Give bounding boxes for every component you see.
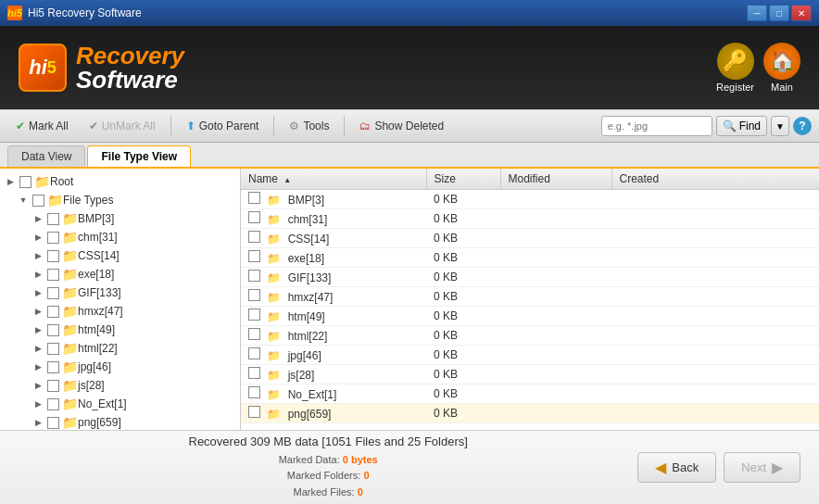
tree-item-png[interactable]: ▶ 📁 png[659] bbox=[0, 413, 240, 430]
tree-html-label: html[22] bbox=[78, 342, 118, 355]
bmp-folder-icon: 📁 bbox=[62, 211, 78, 226]
tree-item-noext[interactable]: ▶ 📁 No_Ext[1] bbox=[0, 395, 240, 413]
tree-item-htm[interactable]: ▶ 📁 htm[49] bbox=[0, 321, 240, 339]
table-row[interactable]: 📁 exe[18] 0 KB bbox=[241, 248, 819, 268]
file-types-checkbox[interactable] bbox=[32, 195, 44, 207]
tree-exe-label: exe[18] bbox=[78, 268, 114, 281]
row-checkbox[interactable] bbox=[248, 367, 260, 379]
file-modified bbox=[500, 209, 611, 229]
goto-parent-button[interactable]: ⬆ Goto Parent bbox=[178, 114, 268, 138]
logo-badge: hi5 bbox=[19, 44, 67, 92]
tree-root-label: Root bbox=[50, 175, 73, 188]
jpg-checkbox[interactable] bbox=[47, 361, 59, 373]
file-name: htm[49] bbox=[288, 310, 325, 323]
chm-checkbox[interactable] bbox=[47, 232, 59, 244]
tools-label: Tools bbox=[303, 120, 329, 132]
show-deleted-button[interactable]: 🗂 Show Deleted bbox=[351, 114, 452, 138]
js-checkbox[interactable] bbox=[47, 380, 59, 392]
row-checkbox[interactable] bbox=[248, 231, 260, 243]
main-button[interactable]: 🏠 Main bbox=[763, 43, 800, 93]
find-button[interactable]: 🔍 Find bbox=[716, 116, 767, 136]
unmark-all-button[interactable]: ✔ UnMark All bbox=[81, 114, 164, 138]
table-row[interactable]: 📁 GIF[133] 0 KB bbox=[241, 268, 819, 287]
col-created-header[interactable]: Created bbox=[611, 169, 819, 190]
search-dropdown-button[interactable]: ▼ bbox=[771, 116, 789, 136]
tree-item-exe[interactable]: ▶ 📁 exe[18] bbox=[0, 265, 240, 284]
bmp-checkbox[interactable] bbox=[47, 213, 59, 225]
tree-item-gif[interactable]: ▶ 📁 GIF[133] bbox=[0, 284, 240, 302]
tree-root[interactable]: ▶ 📁 Root bbox=[0, 172, 240, 191]
file-folder-icon: 📁 bbox=[267, 194, 281, 207]
help-button[interactable]: ? bbox=[793, 117, 812, 135]
chm-folder-icon: 📁 bbox=[62, 230, 78, 245]
row-checkbox[interactable] bbox=[248, 386, 260, 398]
table-row[interactable]: 📁 chm[31] 0 KB bbox=[241, 209, 819, 229]
next-button[interactable]: Next ▶ bbox=[724, 452, 800, 483]
tree-item-bmp[interactable]: ▶ 📁 BMP[3] bbox=[0, 209, 240, 228]
js-folder-icon: 📁 bbox=[62, 378, 78, 393]
htm-checkbox[interactable] bbox=[47, 324, 59, 336]
row-checkbox[interactable] bbox=[248, 347, 260, 359]
back-button[interactable]: ◀ Back bbox=[637, 452, 716, 483]
col-name-header[interactable]: Name ▲ bbox=[241, 169, 426, 190]
tree-jpg-label: jpg[46] bbox=[78, 360, 111, 373]
title-bar-text: Hi5 Recovery Software bbox=[28, 6, 747, 19]
root-checkbox[interactable] bbox=[19, 176, 32, 188]
html-checkbox[interactable] bbox=[47, 343, 59, 355]
show-deleted-icon: 🗂 bbox=[359, 120, 371, 132]
table-row[interactable]: 📁 hmxz[47] 0 KB bbox=[241, 287, 819, 307]
tree-item-hmxz[interactable]: ▶ 📁 hmxz[47] bbox=[0, 302, 240, 321]
maximize-button[interactable]: □ bbox=[769, 5, 789, 21]
help-icon: ? bbox=[799, 120, 805, 132]
table-row[interactable]: 📁 jpg[46] 0 KB bbox=[241, 346, 819, 365]
tree-item-html[interactable]: ▶ 📁 html[22] bbox=[0, 339, 240, 358]
noext-checkbox[interactable] bbox=[47, 398, 59, 410]
table-row[interactable]: 📁 png[659] 0 KB bbox=[241, 404, 819, 423]
tree-js-label: js[28] bbox=[78, 379, 105, 392]
file-created bbox=[611, 229, 819, 248]
tools-button[interactable]: ⚙ Tools bbox=[281, 114, 337, 138]
table-row[interactable]: 📁 js[28] 0 KB bbox=[241, 365, 819, 384]
tab-data-view[interactable]: Data View bbox=[7, 145, 85, 167]
table-row[interactable]: 📁 htm[49] 0 KB bbox=[241, 307, 819, 326]
row-checkbox[interactable] bbox=[248, 270, 260, 282]
tab-file-type-view[interactable]: File Type View bbox=[87, 145, 191, 167]
gif-checkbox[interactable] bbox=[47, 287, 59, 299]
file-created bbox=[611, 346, 819, 365]
row-checkbox[interactable] bbox=[248, 328, 260, 340]
file-types-folder-icon: 📁 bbox=[47, 193, 63, 208]
tree-item-jpg[interactable]: ▶ 📁 jpg[46] bbox=[0, 358, 240, 376]
close-button[interactable]: ✕ bbox=[791, 5, 812, 21]
table-row[interactable]: 📁 BMP[3] 0 KB bbox=[241, 190, 819, 209]
tree-item-js[interactable]: ▶ 📁 js[28] bbox=[0, 376, 240, 395]
row-checkbox[interactable] bbox=[248, 289, 260, 301]
register-button[interactable]: 🔑 Register bbox=[716, 43, 754, 93]
table-row[interactable]: 📁 No_Ext[1] 0 KB bbox=[241, 384, 819, 404]
exe-checkbox[interactable] bbox=[47, 269, 59, 281]
table-row[interactable]: 📁 CSS[14] 0 KB bbox=[241, 229, 819, 248]
marked-files-label: Marked Files: bbox=[294, 486, 355, 498]
hmxz-checkbox[interactable] bbox=[47, 306, 59, 318]
tree-panel: ▶ 📁 Root ▼ 📁 File Types ▶ 📁 BMP[3] ▶ 📁 c… bbox=[0, 169, 241, 430]
file-size: 0 KB bbox=[426, 209, 500, 229]
css-checkbox[interactable] bbox=[47, 250, 59, 262]
tree-item-css[interactable]: ▶ 📁 CSS[14] bbox=[0, 246, 240, 265]
row-checkbox[interactable] bbox=[248, 250, 260, 262]
table-row[interactable]: 📁 html[22] 0 KB bbox=[241, 326, 819, 346]
row-checkbox[interactable] bbox=[248, 406, 260, 418]
row-checkbox[interactable] bbox=[248, 309, 260, 321]
search-input[interactable] bbox=[601, 116, 712, 136]
col-size-header[interactable]: Size bbox=[426, 169, 500, 190]
col-modified-header[interactable]: Modified bbox=[500, 169, 611, 190]
row-checkbox[interactable] bbox=[248, 192, 260, 204]
noext-folder-icon: 📁 bbox=[62, 397, 78, 411]
logo: hi5 Recovery Software bbox=[19, 44, 184, 92]
png-checkbox[interactable] bbox=[47, 417, 59, 429]
row-checkbox[interactable] bbox=[248, 211, 260, 223]
tree-file-types[interactable]: ▼ 📁 File Types bbox=[0, 191, 240, 209]
marked-folders-label: Marked Folders: bbox=[287, 470, 360, 481]
tree-item-chm[interactable]: ▶ 📁 chm[31] bbox=[0, 228, 240, 246]
minimize-button[interactable]: ─ bbox=[747, 5, 767, 21]
png-folder-icon: 📁 bbox=[62, 415, 78, 430]
mark-all-button[interactable]: ✔ Mark All bbox=[7, 114, 77, 138]
